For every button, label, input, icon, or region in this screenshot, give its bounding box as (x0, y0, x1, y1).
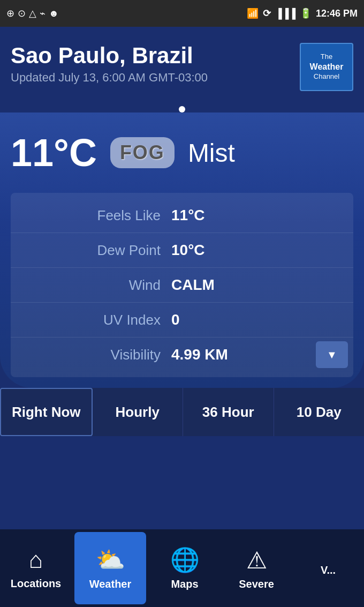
city-name: Sao Paulo, Brazil (11, 43, 208, 69)
menu-icon: ⊕ (6, 8, 14, 19)
tab-36-hour[interactable]: 36 Hour (183, 388, 274, 436)
android-icon: ☻ (49, 8, 59, 19)
feels-like-label: Feels Like (21, 207, 171, 224)
visibility-dropdown-button[interactable]: ▼ (316, 341, 348, 368)
nav-label-locations: Locations (11, 578, 61, 590)
chevron-down-icon: ▼ (327, 349, 337, 361)
temperature-display: 11°C (11, 131, 97, 175)
weather-icon: ⛅ (96, 546, 125, 574)
pagination (0, 102, 364, 113)
fog-icon-container: FOG (108, 129, 177, 177)
alert-icon: ⚠ (246, 546, 267, 574)
header-area: Sao Paulo, Brazil Updated July 13, 6:00 … (0, 27, 364, 102)
nav-label-weather: Weather (89, 578, 132, 590)
nav-label-severe: Severe (239, 578, 274, 590)
location-info: Sao Paulo, Brazil Updated July 13, 6:00 … (11, 43, 208, 85)
nav-item-maps[interactable]: 🌐 Maps (149, 529, 221, 607)
nav-label-more: V... (321, 564, 336, 576)
nav-item-more[interactable]: V... (292, 529, 364, 607)
detail-row-wind: Wind CALM (11, 268, 353, 303)
logo-line2: Weather (310, 62, 344, 73)
download-icon: ⊙ (18, 8, 26, 19)
detail-row-feels-like: Feels Like 11°C (11, 198, 353, 233)
view-tabs: Right Now Hourly 36 Hour 10 Day (0, 388, 364, 436)
uv-index-value: 0 (171, 311, 343, 328)
wind-label: Wind (21, 277, 171, 294)
status-bar: ⊕ ⊙ △ ⌁ ☻ 📶 ⟳ ▐▐▐ 🔋 12:46 PM (0, 0, 364, 27)
wind-value: CALM (171, 276, 343, 294)
globe-icon: 🌐 (170, 546, 200, 574)
tab-hourly[interactable]: Hourly (93, 388, 184, 436)
warning-icon: △ (29, 8, 36, 19)
signal-icon: ▐▐▐ (275, 8, 295, 19)
detail-row-dew-point: Dew Point 10°C (11, 233, 353, 268)
dew-point-label: Dew Point (21, 242, 171, 259)
usb-icon: ⌁ (40, 8, 46, 19)
nav-bar: ⌂ Locations ⛅ Weather 🌐 Maps ⚠ Severe V.… (0, 529, 364, 607)
status-icons-left: ⊕ ⊙ △ ⌁ ☻ (6, 8, 59, 19)
updated-text: Updated July 13, 6:00 AM GMT-03:00 (11, 71, 208, 85)
status-icons-right: 📶 ⟳ ▐▐▐ 🔋 12:46 PM (247, 8, 358, 19)
nav-label-maps: Maps (171, 578, 198, 590)
fog-label: FOG (110, 137, 175, 168)
weather-main: 11°C FOG Mist Feels Like 11°C Dew Point … (0, 113, 364, 388)
pagination-dot (179, 106, 185, 113)
visibility-label: Visibility (21, 347, 171, 363)
logo-line1: The (321, 53, 332, 62)
home-icon: ⌂ (29, 546, 43, 573)
feels-like-value: 11°C (171, 207, 343, 224)
time-display: 12:46 PM (316, 8, 358, 19)
nav-item-weather[interactable]: ⛅ Weather (74, 532, 146, 604)
logo-line3: Channel (314, 72, 339, 81)
dew-point-value: 10°C (171, 242, 343, 259)
wifi-icon: 📶 (247, 8, 259, 19)
condition-text: Mist (188, 138, 353, 168)
tab-10-day[interactable]: 10 Day (274, 388, 365, 436)
current-weather-row: 11°C FOG Mist (11, 129, 353, 177)
detail-row-visibility: Visibility 4.99 KM ▼ (11, 338, 353, 372)
uv-index-label: UV Index (21, 312, 171, 328)
detail-row-uv-index: UV Index 0 (11, 303, 353, 338)
tab-right-now[interactable]: Right Now (0, 388, 93, 436)
battery-icon: 🔋 (300, 8, 312, 19)
rotate-icon: ⟳ (263, 8, 271, 19)
weather-channel-logo: The Weather Channel (300, 43, 353, 91)
nav-item-severe[interactable]: ⚠ Severe (221, 529, 292, 607)
weather-details: Feels Like 11°C Dew Point 10°C Wind CALM… (11, 193, 353, 377)
nav-item-locations[interactable]: ⌂ Locations (0, 529, 72, 607)
